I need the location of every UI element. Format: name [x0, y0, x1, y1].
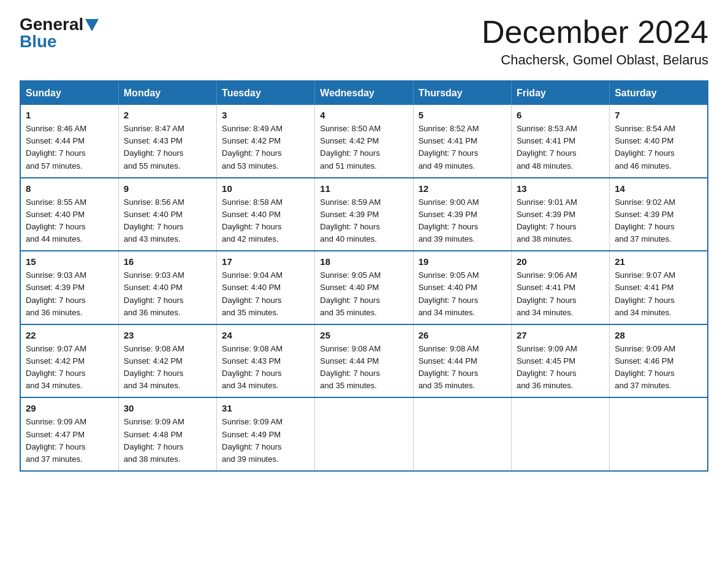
- calendar-cell: 7Sunrise: 8:54 AMSunset: 4:40 PMDaylight…: [610, 105, 708, 178]
- day-number: 31: [222, 403, 309, 413]
- calendar-week-5: 29Sunrise: 9:09 AMSunset: 4:47 PMDayligh…: [20, 397, 708, 471]
- day-info: Sunrise: 9:04 AMSunset: 4:40 PMDaylight:…: [222, 269, 309, 319]
- calendar-cell: 5Sunrise: 8:52 AMSunset: 4:41 PMDaylight…: [413, 105, 511, 178]
- calendar-cell: [511, 397, 609, 471]
- calendar-cell: [315, 397, 413, 471]
- calendar-cell: 11Sunrise: 8:59 AMSunset: 4:39 PMDayligh…: [315, 178, 413, 251]
- calendar-cell: 16Sunrise: 9:03 AMSunset: 4:40 PMDayligh…: [118, 251, 216, 324]
- calendar-cell: 29Sunrise: 9:09 AMSunset: 4:47 PMDayligh…: [20, 397, 118, 471]
- calendar-cell: 21Sunrise: 9:07 AMSunset: 4:41 PMDayligh…: [610, 251, 708, 324]
- day-info: Sunrise: 9:07 AMSunset: 4:41 PMDaylight:…: [615, 269, 702, 319]
- calendar-cell: 31Sunrise: 9:09 AMSunset: 4:49 PMDayligh…: [217, 397, 315, 471]
- calendar-cell: 6Sunrise: 8:53 AMSunset: 4:41 PMDaylight…: [511, 105, 609, 178]
- calendar-cell: 25Sunrise: 9:08 AMSunset: 4:44 PMDayligh…: [315, 324, 413, 398]
- calendar-cell: 14Sunrise: 9:02 AMSunset: 4:39 PMDayligh…: [610, 178, 708, 251]
- day-info: Sunrise: 9:06 AMSunset: 4:41 PMDaylight:…: [517, 269, 604, 319]
- logo: General Blue: [20, 15, 99, 52]
- day-number: 20: [517, 256, 604, 267]
- day-info: Sunrise: 8:58 AMSunset: 4:40 PMDaylight:…: [222, 196, 309, 246]
- page-header: General Blue December 2024 Chachersk, Go…: [20, 15, 708, 68]
- calendar-cell: 22Sunrise: 9:07 AMSunset: 4:42 PMDayligh…: [20, 324, 118, 398]
- weekday-header-monday: Monday: [118, 81, 216, 105]
- calendar-cell: 18Sunrise: 9:05 AMSunset: 4:40 PMDayligh…: [315, 251, 413, 324]
- day-number: 2: [124, 110, 211, 120]
- title-section: December 2024 Chachersk, Gomel Oblast, B…: [482, 15, 708, 68]
- day-number: 24: [222, 330, 309, 340]
- day-number: 26: [419, 330, 506, 340]
- day-info: Sunrise: 9:09 AMSunset: 4:45 PMDaylight:…: [517, 343, 604, 393]
- day-info: Sunrise: 9:00 AMSunset: 4:39 PMDaylight:…: [419, 196, 506, 246]
- calendar-cell: 3Sunrise: 8:49 AMSunset: 4:42 PMDaylight…: [217, 105, 315, 178]
- day-number: 12: [419, 183, 506, 194]
- day-info: Sunrise: 8:50 AMSunset: 4:42 PMDaylight:…: [320, 123, 408, 172]
- day-info: Sunrise: 9:07 AMSunset: 4:42 PMDaylight:…: [26, 343, 113, 393]
- calendar-cell: 13Sunrise: 9:01 AMSunset: 4:39 PMDayligh…: [511, 178, 609, 251]
- day-info: Sunrise: 8:46 AMSunset: 4:44 PMDaylight:…: [26, 123, 113, 172]
- calendar-cell: 20Sunrise: 9:06 AMSunset: 4:41 PMDayligh…: [511, 251, 609, 324]
- calendar-week-3: 15Sunrise: 9:03 AMSunset: 4:39 PMDayligh…: [20, 251, 708, 324]
- calendar-cell: [610, 397, 708, 471]
- day-number: 16: [124, 256, 211, 267]
- day-number: 6: [517, 110, 604, 120]
- day-number: 5: [419, 110, 506, 120]
- day-info: Sunrise: 9:08 AMSunset: 4:44 PMDaylight:…: [320, 343, 408, 393]
- calendar-week-4: 22Sunrise: 9:07 AMSunset: 4:42 PMDayligh…: [20, 324, 708, 398]
- calendar-cell: 15Sunrise: 9:03 AMSunset: 4:39 PMDayligh…: [20, 251, 118, 324]
- day-number: 9: [124, 183, 211, 194]
- day-number: 13: [517, 183, 604, 194]
- day-info: Sunrise: 9:02 AMSunset: 4:39 PMDaylight:…: [615, 196, 702, 246]
- day-info: Sunrise: 9:08 AMSunset: 4:44 PMDaylight:…: [419, 343, 506, 393]
- day-number: 27: [517, 330, 604, 340]
- weekday-header-wednesday: Wednesday: [315, 81, 413, 105]
- day-info: Sunrise: 9:09 AMSunset: 4:46 PMDaylight:…: [615, 343, 702, 393]
- calendar-cell: 30Sunrise: 9:09 AMSunset: 4:48 PMDayligh…: [118, 397, 216, 471]
- calendar-cell: 12Sunrise: 9:00 AMSunset: 4:39 PMDayligh…: [413, 178, 511, 251]
- day-number: 18: [320, 256, 408, 267]
- day-number: 4: [320, 110, 408, 120]
- calendar-cell: 24Sunrise: 9:08 AMSunset: 4:43 PMDayligh…: [217, 324, 315, 398]
- calendar-body: 1Sunrise: 8:46 AMSunset: 4:44 PMDaylight…: [20, 105, 708, 471]
- day-info: Sunrise: 9:03 AMSunset: 4:40 PMDaylight:…: [124, 269, 211, 319]
- calendar-week-1: 1Sunrise: 8:46 AMSunset: 4:44 PMDaylight…: [20, 105, 708, 178]
- day-info: Sunrise: 8:55 AMSunset: 4:40 PMDaylight:…: [26, 196, 113, 246]
- weekday-header-sunday: Sunday: [20, 81, 118, 105]
- day-number: 21: [615, 256, 702, 267]
- day-info: Sunrise: 9:08 AMSunset: 4:42 PMDaylight:…: [124, 343, 211, 393]
- calendar-cell: 1Sunrise: 8:46 AMSunset: 4:44 PMDaylight…: [20, 105, 118, 178]
- day-number: 1: [26, 110, 113, 120]
- calendar-cell: 26Sunrise: 9:08 AMSunset: 4:44 PMDayligh…: [413, 324, 511, 398]
- day-number: 3: [222, 110, 309, 120]
- svg-marker-0: [85, 19, 99, 31]
- day-number: 17: [222, 256, 309, 267]
- calendar-cell: 19Sunrise: 9:05 AMSunset: 4:40 PMDayligh…: [413, 251, 511, 324]
- calendar-cell: 10Sunrise: 8:58 AMSunset: 4:40 PMDayligh…: [217, 178, 315, 251]
- day-info: Sunrise: 9:09 AMSunset: 4:47 PMDaylight:…: [26, 416, 113, 465]
- calendar-cell: [413, 397, 511, 471]
- weekday-header-friday: Friday: [511, 81, 609, 105]
- day-number: 19: [419, 256, 506, 267]
- day-number: 7: [615, 110, 702, 120]
- day-number: 28: [615, 330, 702, 340]
- calendar-cell: 9Sunrise: 8:56 AMSunset: 4:40 PMDaylight…: [118, 178, 216, 251]
- calendar-cell: 8Sunrise: 8:55 AMSunset: 4:40 PMDaylight…: [20, 178, 118, 251]
- weekday-header-tuesday: Tuesday: [217, 81, 315, 105]
- day-info: Sunrise: 8:49 AMSunset: 4:42 PMDaylight:…: [222, 123, 309, 172]
- day-info: Sunrise: 8:54 AMSunset: 4:40 PMDaylight:…: [615, 123, 702, 172]
- calendar-cell: 17Sunrise: 9:04 AMSunset: 4:40 PMDayligh…: [217, 251, 315, 324]
- day-number: 25: [320, 330, 408, 340]
- logo-blue-text: Blue: [20, 32, 57, 52]
- calendar-cell: 28Sunrise: 9:09 AMSunset: 4:46 PMDayligh…: [610, 324, 708, 398]
- day-info: Sunrise: 9:09 AMSunset: 4:49 PMDaylight:…: [222, 416, 309, 465]
- day-info: Sunrise: 9:05 AMSunset: 4:40 PMDaylight:…: [320, 269, 408, 319]
- logo-triangle-icon: [85, 19, 99, 31]
- day-info: Sunrise: 8:59 AMSunset: 4:39 PMDaylight:…: [320, 196, 408, 246]
- calendar-week-2: 8Sunrise: 8:55 AMSunset: 4:40 PMDaylight…: [20, 178, 708, 251]
- day-info: Sunrise: 9:01 AMSunset: 4:39 PMDaylight:…: [517, 196, 604, 246]
- day-number: 29: [26, 403, 113, 413]
- weekday-header-thursday: Thursday: [413, 81, 511, 105]
- weekday-header-saturday: Saturday: [610, 81, 708, 105]
- calendar-subtitle: Chachersk, Gomel Oblast, Belarus: [482, 52, 708, 68]
- day-number: 8: [26, 183, 113, 194]
- day-info: Sunrise: 9:05 AMSunset: 4:40 PMDaylight:…: [419, 269, 506, 319]
- calendar-title: December 2024: [482, 15, 708, 50]
